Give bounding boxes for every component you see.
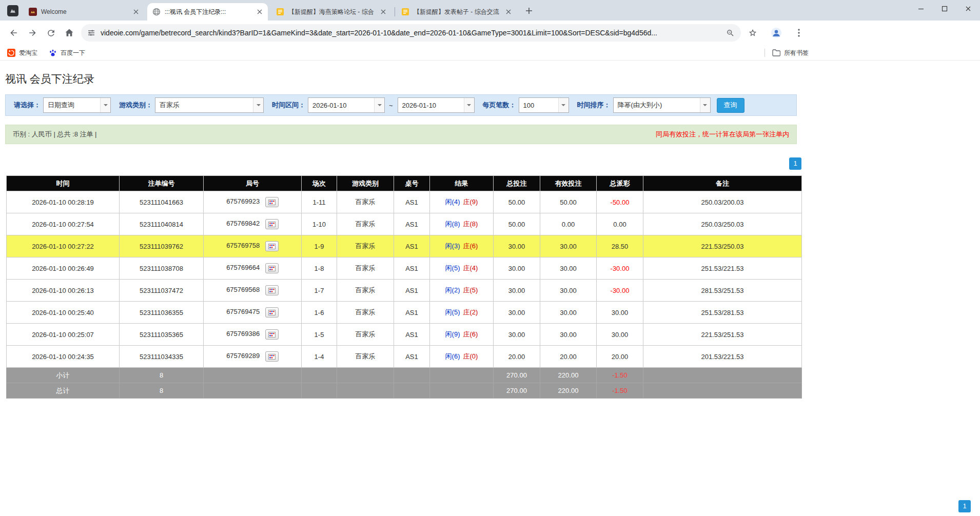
close-button[interactable] bbox=[956, 0, 980, 17]
site-info-icon[interactable] bbox=[87, 29, 95, 37]
tab-close-icon[interactable] bbox=[379, 8, 387, 16]
cell-game-type: 百家乐 bbox=[337, 235, 394, 257]
browser-chrome: Welcome :::视讯 会员下注纪录::: 【新提醒】海燕策略论坛 - 综合 bbox=[0, 0, 980, 61]
query-type-value: 日期查询 bbox=[44, 98, 100, 112]
post-site-favicon-icon bbox=[401, 8, 409, 16]
replay-result-button[interactable] bbox=[265, 263, 279, 273]
cell-bet-id: 523111038708 bbox=[120, 257, 204, 280]
cell-total-bet-link[interactable]: 30.00 bbox=[494, 324, 540, 346]
bookmark-baidu[interactable]: 百度一下 bbox=[49, 49, 85, 57]
cell-result: 闲(8)庄(8) bbox=[430, 213, 494, 235]
cell-session: 1-7 bbox=[302, 280, 337, 302]
result-banker: 庄(4) bbox=[463, 264, 478, 272]
tab-close-icon[interactable] bbox=[256, 8, 264, 16]
cell-bet-id: 523111040814 bbox=[120, 213, 204, 235]
cell-bet-id: 523111037472 bbox=[120, 280, 204, 302]
profile-avatar-icon[interactable] bbox=[769, 25, 784, 41]
all-bookmarks-button[interactable]: 所有书签 bbox=[772, 49, 809, 57]
tab-close-icon[interactable] bbox=[132, 8, 140, 16]
cell-note: 201.53/221.53 bbox=[643, 346, 802, 368]
roadmap-result-icon bbox=[268, 200, 276, 205]
cell-total-bet-link[interactable]: 30.00 bbox=[494, 302, 540, 324]
cell-table-no: AS1 bbox=[394, 235, 430, 257]
refresh-button[interactable] bbox=[42, 24, 60, 42]
address-bar[interactable]: videoie.com/game/betrecord_search/kind3?… bbox=[81, 24, 741, 42]
back-button[interactable] bbox=[5, 24, 23, 42]
tab-forum[interactable]: 【新提醒】海燕策略论坛 - 综合 bbox=[271, 3, 391, 21]
tab-strip: Welcome :::视讯 会员下注纪录::: 【新提醒】海燕策略论坛 - 综合 bbox=[0, 0, 980, 21]
empty-cell bbox=[302, 383, 337, 399]
replay-result-button[interactable] bbox=[265, 197, 279, 207]
result-player: 闲(6) bbox=[445, 352, 460, 360]
empty-cell bbox=[204, 383, 302, 399]
page-1-button-top[interactable]: 1 bbox=[789, 157, 801, 170]
roadmap-result-icon bbox=[268, 288, 276, 293]
cell-result: 闲(3)庄(6) bbox=[430, 235, 494, 257]
cell-total-bet-link[interactable]: 30.00 bbox=[494, 280, 540, 302]
game-type-select[interactable]: 百家乐 bbox=[155, 97, 264, 113]
result-player: 闲(5) bbox=[445, 264, 460, 272]
empty-cell bbox=[337, 383, 394, 399]
roadmap-result-icon bbox=[268, 266, 276, 271]
cell-total-bet-link[interactable]: 50.00 bbox=[494, 213, 540, 235]
cell-time: 2026-01-10 00:27:54 bbox=[7, 213, 120, 235]
table-header: 时间 注单编号 局号 场次 游戏类别 桌号 结果 总投注 有效投注 总派彩 备注 bbox=[7, 176, 802, 191]
bookmarks-bar: 爱淘宝 百度一下 所有书签 bbox=[0, 45, 980, 61]
empty-cell bbox=[643, 368, 802, 383]
page-content: 视讯 会员下注纪录 请选择： 日期查询 游戏类别： 百家乐 时间区间： 2026… bbox=[0, 72, 980, 399]
cell-valid-bet: 50.00 bbox=[540, 191, 597, 213]
search-button[interactable]: 查询 bbox=[717, 98, 744, 113]
forward-button[interactable] bbox=[24, 24, 41, 42]
chevron-down-icon bbox=[464, 98, 474, 112]
cell-total-bet-link[interactable]: 20.00 bbox=[494, 346, 540, 368]
new-tab-button[interactable] bbox=[522, 4, 536, 18]
cell-round-id: 675769568 bbox=[204, 280, 302, 302]
date-end-select[interactable]: 2026-01-10 bbox=[398, 97, 475, 113]
roadmap-result-icon bbox=[268, 222, 276, 227]
date-start-select[interactable]: 2026-01-10 bbox=[308, 97, 385, 113]
page-size-select[interactable]: 100 bbox=[519, 97, 569, 113]
tab-bet-records[interactable]: :::视讯 会员下注纪录::: bbox=[147, 3, 268, 21]
round-id-text: 675769758 bbox=[226, 242, 260, 249]
replay-result-button[interactable] bbox=[265, 307, 279, 317]
minimize-button[interactable] bbox=[909, 0, 933, 17]
replay-result-button[interactable] bbox=[265, 329, 279, 340]
cell-total-bet-link[interactable]: 30.00 bbox=[494, 235, 540, 257]
bet-table-summary: 小计 8 270.00 220.00 -1.50 总计 8 2 bbox=[7, 368, 802, 399]
replay-result-button[interactable] bbox=[265, 219, 279, 229]
tab-title: Welcome bbox=[41, 8, 132, 15]
cell-result: 闲(2)庄(5) bbox=[430, 280, 494, 302]
three-dot-menu-icon[interactable] bbox=[791, 25, 807, 41]
table-row: 2026-01-10 00:27:54 523111040814 6757698… bbox=[7, 213, 802, 235]
cell-bet-id: 523111039762 bbox=[120, 235, 204, 257]
cell-time: 2026-01-10 00:26:13 bbox=[7, 280, 120, 302]
bookmark-star-icon[interactable] bbox=[745, 25, 760, 41]
replay-result-button[interactable] bbox=[265, 241, 279, 251]
round-id-text: 675769289 bbox=[226, 352, 260, 360]
home-button[interactable] bbox=[61, 24, 78, 42]
tab-post[interactable]: 【新提醒】发表帖子 - 综合交流 bbox=[396, 3, 517, 21]
empty-cell bbox=[643, 383, 802, 399]
sort-order-select[interactable]: 降幂(由大到小) bbox=[613, 97, 711, 113]
cell-session: 1-4 bbox=[302, 346, 337, 368]
date-range-separator: ~ bbox=[389, 102, 393, 109]
table-row: 2026-01-10 00:24:35 523111034335 6757692… bbox=[7, 346, 802, 368]
tab-close-icon[interactable] bbox=[504, 8, 513, 16]
replay-result-button[interactable] bbox=[265, 285, 279, 295]
query-type-select[interactable]: 日期查询 bbox=[43, 97, 111, 113]
cell-total-bet-link[interactable]: 30.00 bbox=[494, 257, 540, 280]
page-1-button-bottom[interactable]: 1 bbox=[958, 500, 971, 512]
url-text[interactable]: videoie.com/game/betrecord_search/kind3?… bbox=[101, 29, 721, 37]
replay-result-button[interactable] bbox=[265, 351, 279, 362]
cell-total-bet-link[interactable]: 50.00 bbox=[494, 191, 540, 213]
cell-table-no: AS1 bbox=[394, 302, 430, 324]
bookmark-label: 爱淘宝 bbox=[19, 49, 37, 57]
bookmark-aitaobao[interactable]: 爱淘宝 bbox=[7, 49, 37, 57]
game-type-value: 百家乐 bbox=[155, 98, 253, 112]
maximize-button[interactable] bbox=[933, 0, 956, 17]
result-player: 闲(2) bbox=[445, 286, 460, 294]
cell-table-no: AS1 bbox=[394, 257, 430, 280]
zoom-magnifier-icon[interactable] bbox=[726, 29, 735, 37]
cell-session: 1-6 bbox=[302, 302, 337, 324]
tab-welcome[interactable]: Welcome bbox=[24, 3, 144, 21]
